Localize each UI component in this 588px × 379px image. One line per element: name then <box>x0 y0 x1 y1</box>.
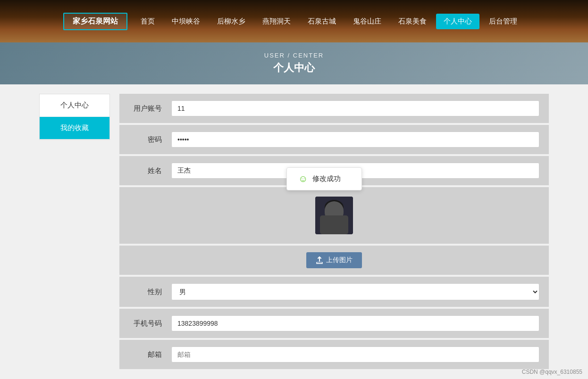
svg-rect-8 <box>334 213 336 220</box>
avatar-section <box>119 187 549 244</box>
password-input[interactable] <box>171 132 539 148</box>
nav-item-zhongba[interactable]: 中坝峡谷 <box>164 14 208 29</box>
nav-item-personal[interactable]: 个人中心 <box>436 14 479 29</box>
main-container: 个人中心 我的收藏 用户账号 密码 姓名 <box>39 84 549 379</box>
upload-icon <box>316 256 323 264</box>
name-section: 姓名 <box>119 156 549 185</box>
nav-item-admin[interactable]: 后台管理 <box>481 14 525 29</box>
nav-item-gucheng[interactable]: 石泉古城 <box>300 14 344 29</box>
phone-section: 手机号码 <box>119 309 549 338</box>
header-nav: 家乡石泉网站 首页 中坝峡谷 后柳水乡 燕翔洞天 石泉古城 鬼谷山庄 石泉美食 … <box>0 0 588 42</box>
username-input[interactable] <box>171 100 539 116</box>
nav-container: 家乡石泉网站 首页 中坝峡谷 后柳水乡 燕翔洞天 石泉古城 鬼谷山庄 石泉美食 … <box>63 13 525 30</box>
gender-label: 性别 <box>129 288 162 297</box>
gender-select[interactable]: 男 女 <box>171 283 539 300</box>
upload-section: 上传图片 <box>119 246 549 275</box>
svg-rect-3 <box>326 204 330 215</box>
password-section: 密码 <box>119 125 549 154</box>
svg-rect-6 <box>328 214 330 220</box>
sidebar: 个人中心 我的收藏 <box>39 94 110 140</box>
svg-rect-5 <box>328 214 341 223</box>
svg-point-2 <box>328 204 341 219</box>
avatar-image <box>315 197 353 234</box>
svg-rect-7 <box>330 213 333 220</box>
email-section: 邮箱 <box>119 340 549 369</box>
username-section: 用户账号 <box>119 94 549 123</box>
watermark: CSDN @qqvx_6310855 <box>522 369 582 375</box>
nav-item-houliu[interactable]: 后柳水乡 <box>210 14 253 29</box>
page-banner: USER / CENTER 个人中心 <box>0 42 588 84</box>
sidebar-item-favorites[interactable]: 我的收藏 <box>40 117 109 140</box>
upload-button[interactable]: 上传图片 <box>306 252 362 268</box>
email-input[interactable] <box>171 346 539 363</box>
svg-rect-4 <box>328 201 341 207</box>
svg-point-1 <box>325 200 344 214</box>
email-label: 邮箱 <box>129 350 162 359</box>
phone-label: 手机号码 <box>129 319 162 328</box>
svg-rect-10 <box>325 225 344 234</box>
banner-title: 个人中心 <box>0 61 588 75</box>
nav-item-home[interactable]: 首页 <box>133 14 162 29</box>
content-area: 用户账号 密码 姓名 <box>110 94 549 371</box>
username-label: 用户账号 <box>129 104 162 113</box>
nav-item-guigu[interactable]: 鬼谷山庄 <box>345 14 389 29</box>
name-label: 姓名 <box>129 166 162 175</box>
phone-input[interactable] <box>171 315 539 331</box>
site-title[interactable]: 家乡石泉网站 <box>63 13 127 30</box>
nav-item-meishi[interactable]: 石泉美食 <box>391 14 434 29</box>
name-input[interactable] <box>171 163 539 179</box>
banner-subtitle: USER / CENTER <box>0 52 588 59</box>
nav-item-yanxiang[interactable]: 燕翔洞天 <box>255 14 298 29</box>
upload-label: 上传图片 <box>326 256 353 264</box>
password-label: 密码 <box>129 135 162 144</box>
gender-section: 性别 男 女 <box>119 277 549 307</box>
svg-rect-0 <box>315 197 353 234</box>
avatar <box>315 197 353 234</box>
sidebar-item-personal[interactable]: 个人中心 <box>40 94 109 117</box>
svg-rect-9 <box>337 214 339 220</box>
